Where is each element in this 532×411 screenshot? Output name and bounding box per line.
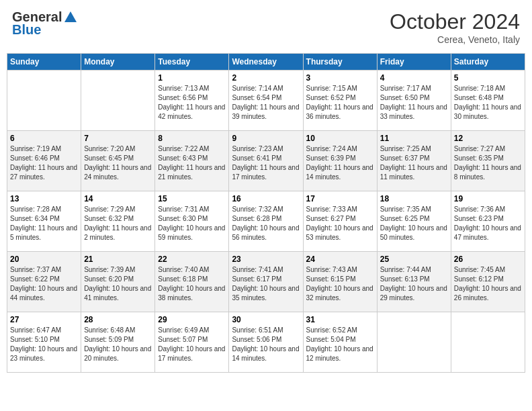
day-info: Sunrise: 7:45 AMSunset: 6:12 PMDaylight:…	[454, 265, 522, 303]
day-info: Sunrise: 6:51 AMSunset: 5:06 PMDaylight:…	[232, 326, 300, 363]
day-info: Sunrise: 7:41 AMSunset: 6:17 PMDaylight:…	[232, 265, 300, 303]
day-number: 19	[454, 194, 522, 203]
calendar-cell: 17Sunrise: 7:33 AMSunset: 6:27 PMDayligh…	[303, 191, 377, 252]
day-info: Sunrise: 7:33 AMSunset: 6:27 PMDaylight:…	[306, 205, 374, 242]
weekday-header-wednesday: Wednesday	[229, 54, 303, 71]
calendar-cell: 3Sunrise: 7:15 AMSunset: 6:52 PMDaylight…	[303, 71, 377, 131]
day-number: 12	[454, 134, 522, 143]
day-info: Sunrise: 7:17 AMSunset: 6:50 PMDaylight:…	[380, 84, 448, 122]
day-info: Sunrise: 7:24 AMSunset: 6:39 PMDaylight:…	[306, 144, 374, 182]
day-info: Sunrise: 7:25 AMSunset: 6:37 PMDaylight:…	[380, 144, 448, 182]
day-number: 10	[306, 134, 374, 143]
day-info: Sunrise: 7:20 AMSunset: 6:45 PMDaylight:…	[84, 144, 152, 182]
day-number: 30	[232, 315, 300, 324]
calendar-header: SundayMondayTuesdayWednesdayThursdayFrid…	[7, 54, 525, 71]
day-info: Sunrise: 7:44 AMSunset: 6:13 PMDaylight:…	[380, 265, 448, 303]
calendar-cell: 19Sunrise: 7:36 AMSunset: 6:23 PMDayligh…	[451, 191, 525, 252]
calendar-week-row: 6Sunrise: 7:19 AMSunset: 6:46 PMDaylight…	[7, 131, 525, 191]
calendar-cell: 6Sunrise: 7:19 AMSunset: 6:46 PMDaylight…	[7, 131, 81, 191]
day-info: Sunrise: 7:37 AMSunset: 6:22 PMDaylight:…	[10, 265, 78, 303]
calendar-cell: 1Sunrise: 7:13 AMSunset: 6:56 PMDaylight…	[155, 71, 229, 131]
day-number: 15	[158, 194, 226, 203]
day-number: 31	[306, 315, 374, 324]
calendar-cell: 27Sunrise: 6:47 AMSunset: 5:10 PMDayligh…	[7, 312, 81, 373]
calendar-cell: 23Sunrise: 7:41 AMSunset: 6:17 PMDayligh…	[229, 252, 303, 312]
day-number: 21	[84, 255, 152, 264]
page-header: General Blue October 2024 Cerea, Veneto,…	[7, 7, 525, 48]
day-info: Sunrise: 7:40 AMSunset: 6:18 PMDaylight:…	[158, 265, 226, 303]
day-info: Sunrise: 7:27 AMSunset: 6:35 PMDaylight:…	[454, 144, 522, 182]
day-number: 26	[454, 255, 522, 264]
day-number: 9	[232, 134, 300, 143]
day-info: Sunrise: 7:22 AMSunset: 6:43 PMDaylight:…	[158, 144, 226, 182]
calendar-cell: 10Sunrise: 7:24 AMSunset: 6:39 PMDayligh…	[303, 131, 377, 191]
day-info: Sunrise: 7:18 AMSunset: 6:48 PMDaylight:…	[454, 84, 522, 122]
day-info: Sunrise: 6:47 AMSunset: 5:10 PMDaylight:…	[10, 326, 78, 363]
calendar-table: SundayMondayTuesdayWednesdayThursdayFrid…	[7, 53, 525, 373]
day-info: Sunrise: 7:13 AMSunset: 6:56 PMDaylight:…	[158, 84, 226, 122]
day-number: 5	[454, 73, 522, 83]
calendar-cell: 30Sunrise: 6:51 AMSunset: 5:06 PMDayligh…	[229, 312, 303, 373]
calendar-cell	[81, 71, 155, 131]
weekday-header-saturday: Saturday	[451, 54, 525, 71]
calendar-cell: 5Sunrise: 7:18 AMSunset: 6:48 PMDaylight…	[451, 71, 525, 131]
calendar-cell: 20Sunrise: 7:37 AMSunset: 6:22 PMDayligh…	[7, 252, 81, 312]
day-info: Sunrise: 7:39 AMSunset: 6:20 PMDaylight:…	[84, 265, 152, 303]
day-number: 22	[158, 255, 226, 264]
calendar-cell: 11Sunrise: 7:25 AMSunset: 6:37 PMDayligh…	[377, 131, 451, 191]
calendar-week-row: 13Sunrise: 7:28 AMSunset: 6:34 PMDayligh…	[7, 191, 525, 252]
month-title: October 2024	[390, 9, 520, 34]
day-info: Sunrise: 7:23 AMSunset: 6:41 PMDaylight:…	[232, 144, 300, 182]
calendar-cell	[7, 71, 81, 131]
calendar-cell: 15Sunrise: 7:31 AMSunset: 6:30 PMDayligh…	[155, 191, 229, 252]
day-number: 27	[10, 315, 78, 324]
weekday-header-thursday: Thursday	[303, 54, 377, 71]
day-number: 16	[232, 194, 300, 203]
calendar-cell: 22Sunrise: 7:40 AMSunset: 6:18 PMDayligh…	[155, 252, 229, 312]
calendar-cell: 7Sunrise: 7:20 AMSunset: 6:45 PMDaylight…	[81, 131, 155, 191]
weekday-header-monday: Monday	[81, 54, 155, 71]
day-info: Sunrise: 7:15 AMSunset: 6:52 PMDaylight:…	[306, 84, 374, 122]
day-number: 29	[158, 315, 226, 324]
calendar-cell: 28Sunrise: 6:48 AMSunset: 5:09 PMDayligh…	[81, 312, 155, 373]
logo-blue-text: Blue	[12, 22, 41, 38]
day-info: Sunrise: 7:32 AMSunset: 6:28 PMDaylight:…	[232, 205, 300, 242]
calendar-week-row: 1Sunrise: 7:13 AMSunset: 6:56 PMDaylight…	[7, 71, 525, 131]
calendar-week-row: 27Sunrise: 6:47 AMSunset: 5:10 PMDayligh…	[7, 312, 525, 373]
day-number: 20	[10, 255, 78, 264]
calendar-cell: 2Sunrise: 7:14 AMSunset: 6:54 PMDaylight…	[229, 71, 303, 131]
logo-icon	[63, 10, 78, 25]
day-number: 6	[10, 134, 78, 143]
weekday-header-friday: Friday	[377, 54, 451, 71]
calendar-cell	[451, 312, 525, 373]
calendar-cell: 18Sunrise: 7:35 AMSunset: 6:25 PMDayligh…	[377, 191, 451, 252]
title-area: October 2024 Cerea, Veneto, Italy	[390, 9, 520, 45]
day-info: Sunrise: 7:31 AMSunset: 6:30 PMDaylight:…	[158, 205, 226, 242]
day-number: 14	[84, 194, 152, 203]
calendar-cell: 8Sunrise: 7:22 AMSunset: 6:43 PMDaylight…	[155, 131, 229, 191]
day-info: Sunrise: 7:19 AMSunset: 6:46 PMDaylight:…	[10, 144, 78, 182]
logo: General Blue	[12, 9, 78, 38]
svg-marker-0	[64, 11, 77, 22]
calendar-cell: 14Sunrise: 7:29 AMSunset: 6:32 PMDayligh…	[81, 191, 155, 252]
calendar-cell: 31Sunrise: 6:52 AMSunset: 5:04 PMDayligh…	[303, 312, 377, 373]
calendar-cell: 26Sunrise: 7:45 AMSunset: 6:12 PMDayligh…	[451, 252, 525, 312]
day-number: 24	[306, 255, 374, 264]
day-info: Sunrise: 7:14 AMSunset: 6:54 PMDaylight:…	[232, 84, 300, 122]
location-subtitle: Cerea, Veneto, Italy	[390, 34, 520, 45]
weekday-header-sunday: Sunday	[7, 54, 81, 71]
calendar-cell: 13Sunrise: 7:28 AMSunset: 6:34 PMDayligh…	[7, 191, 81, 252]
calendar-cell	[377, 312, 451, 373]
day-number: 28	[84, 315, 152, 324]
day-info: Sunrise: 6:48 AMSunset: 5:09 PMDaylight:…	[84, 326, 152, 363]
day-number: 3	[306, 73, 374, 83]
day-number: 25	[380, 255, 448, 264]
calendar-cell: 29Sunrise: 6:49 AMSunset: 5:07 PMDayligh…	[155, 312, 229, 373]
calendar-cell: 24Sunrise: 7:43 AMSunset: 6:15 PMDayligh…	[303, 252, 377, 312]
day-info: Sunrise: 6:52 AMSunset: 5:04 PMDaylight:…	[306, 326, 374, 363]
calendar-cell: 9Sunrise: 7:23 AMSunset: 6:41 PMDaylight…	[229, 131, 303, 191]
calendar-cell: 16Sunrise: 7:32 AMSunset: 6:28 PMDayligh…	[229, 191, 303, 252]
calendar-cell: 4Sunrise: 7:17 AMSunset: 6:50 PMDaylight…	[377, 71, 451, 131]
day-number: 7	[84, 134, 152, 143]
day-number: 13	[10, 194, 78, 203]
